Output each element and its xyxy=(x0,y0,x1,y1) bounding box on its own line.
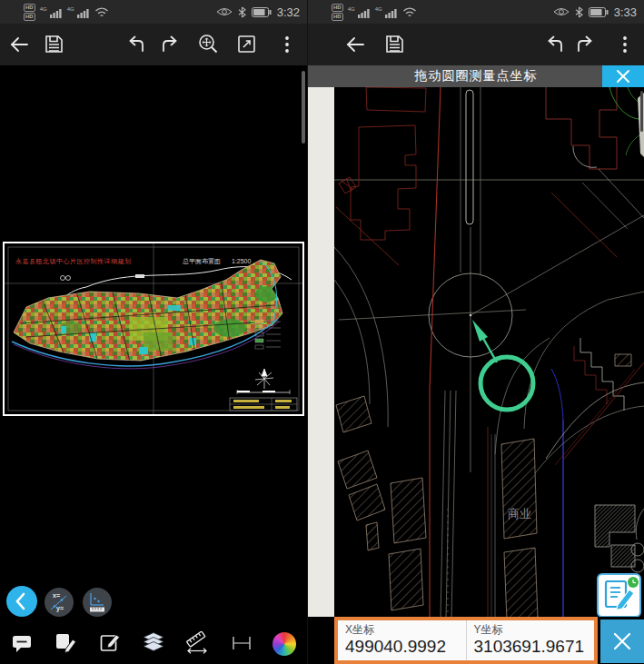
top-toolbar xyxy=(0,24,307,65)
zone-label: 商业 xyxy=(508,507,531,520)
save-icon xyxy=(43,33,66,56)
hd-badge: HD xyxy=(332,13,343,21)
map-plan-label: 总平面布置图 xyxy=(182,258,221,265)
status-bar: HD HD 4G 4G 3:32 xyxy=(0,0,307,24)
clock: 3:33 xyxy=(614,5,637,19)
left-phone-screen: HD HD 4G 4G 3:32 xyxy=(0,0,307,664)
status-right-icons: 3:33 xyxy=(553,5,637,19)
status-left-icons: HD HD 4G 4G xyxy=(332,4,417,21)
coordinate-readout-panel: X坐标 499040.9992 Y坐标 3103691.9671 xyxy=(308,617,644,664)
comment-bubble-icon xyxy=(10,631,34,655)
signal-bars-icon xyxy=(357,6,371,18)
note-tool-button[interactable] xyxy=(53,631,78,657)
cad-canvas-overview[interactable]: 永嘉县瓯北镇中心片区控制性详细规划 总平面布置图 1:2500 xyxy=(0,65,307,623)
network-type-label: 4G xyxy=(348,6,355,12)
battery-icon xyxy=(252,7,272,17)
right-phone-screen: 商业 HD HD xyxy=(308,0,644,664)
measure-hint-banner: 拖动圆圈测量点坐标 xyxy=(308,65,644,87)
back-button[interactable] xyxy=(343,33,367,56)
coordinate-box: X坐标 499040.9992 Y坐标 3103691.9671 xyxy=(334,617,598,664)
top-toolbar xyxy=(308,24,644,65)
comment-tool-button[interactable] xyxy=(9,631,35,657)
signal-bars-icon xyxy=(384,6,398,18)
signal-bars-icon xyxy=(76,6,90,18)
ruler-measure-icon xyxy=(185,631,209,655)
annotation-note-button[interactable] xyxy=(597,573,641,618)
network-type-label: 4G xyxy=(40,6,47,12)
undo-icon xyxy=(543,33,567,56)
zoom-extents-icon xyxy=(197,33,221,56)
y-coordinate-cell: Y坐标 3103691.9671 xyxy=(466,620,595,660)
map-thumbnail[interactable]: 永嘉县瓯北镇中心片区控制性详细规划 总平面布置图 1:2500 xyxy=(3,242,304,416)
overflow-menu-button[interactable] xyxy=(613,33,637,56)
chevron-left-icon xyxy=(6,586,37,617)
measure-circle-handle[interactable] xyxy=(481,357,533,410)
scrollbar[interactable] xyxy=(302,71,305,144)
zoom-extents-button[interactable] xyxy=(197,33,221,56)
network-type-label: 4G xyxy=(375,6,382,12)
title-block xyxy=(230,398,297,411)
bluetooth-icon xyxy=(238,6,246,18)
color-picker-button[interactable] xyxy=(272,631,298,657)
fullscreen-icon xyxy=(235,33,259,56)
undo-button[interactable] xyxy=(124,33,148,56)
save-icon xyxy=(383,33,407,56)
network-type-label: 4G xyxy=(67,6,74,12)
axis-ruler-icon xyxy=(83,588,112,617)
redo-button[interactable] xyxy=(159,33,183,56)
back-arrow-icon xyxy=(343,33,367,56)
bottom-toolbar xyxy=(0,623,307,664)
collapse-panel-button[interactable] xyxy=(6,586,37,617)
battery-icon xyxy=(589,7,609,17)
status-left-icons: HD HD 4G 4G xyxy=(24,4,109,21)
map-scale-label: 1:2500 xyxy=(232,258,252,264)
measure-close-button[interactable] xyxy=(600,619,644,663)
redo-icon xyxy=(159,33,183,56)
back-button[interactable] xyxy=(7,33,31,56)
hd-badge-icon: HD HD xyxy=(332,4,343,21)
overflow-menu-button[interactable] xyxy=(275,33,299,56)
color-wheel-icon xyxy=(272,632,296,656)
span-distance-icon xyxy=(230,631,253,655)
coordinate-tool-button[interactable]: x= y= xyxy=(45,588,74,617)
undo-button[interactable] xyxy=(543,33,567,56)
close-icon xyxy=(600,619,644,663)
distance-tool-button[interactable] xyxy=(229,631,254,657)
wifi-icon xyxy=(402,6,417,17)
x-coordinate-label: X坐标 xyxy=(345,623,466,636)
x-coordinate-cell: X坐标 499040.9992 xyxy=(338,620,466,660)
banner-close-button[interactable] xyxy=(602,65,644,87)
y-coordinate-value: 3103691.9671 xyxy=(474,636,595,658)
status-right-icons: 3:32 xyxy=(216,5,300,19)
redo-icon xyxy=(574,33,598,56)
measure-tool-button[interactable] xyxy=(184,631,210,657)
y-equals-label: y= xyxy=(56,605,64,611)
hd-badge: HD xyxy=(24,13,35,21)
scrollbar[interactable] xyxy=(640,91,643,132)
fullscreen-button[interactable] xyxy=(235,33,259,56)
wifi-icon xyxy=(94,6,109,17)
bluetooth-icon xyxy=(575,6,583,18)
back-arrow-icon xyxy=(7,33,31,56)
note-pencil-icon xyxy=(54,631,77,655)
measure-arrow-icon xyxy=(472,320,497,362)
x-coordinate-value: 499040.9992 xyxy=(345,636,466,658)
cad-drawing[interactable]: 商业 xyxy=(308,0,644,664)
hd-badge-icon: HD HD xyxy=(24,4,35,21)
x-equals-label: x= xyxy=(53,592,60,599)
eye-comfort-icon xyxy=(216,6,233,17)
edit-tool-button[interactable] xyxy=(97,631,123,657)
hd-badge: HD xyxy=(332,4,343,12)
redo-button[interactable] xyxy=(574,33,598,56)
eye-comfort-icon xyxy=(553,6,570,17)
kebab-menu-icon xyxy=(613,33,637,56)
layers-button[interactable] xyxy=(141,631,166,657)
axis-measure-tool-button[interactable] xyxy=(83,588,112,617)
signal-bars-icon xyxy=(49,6,63,18)
note-pencil-badge-icon xyxy=(599,575,639,616)
save-button[interactable] xyxy=(383,33,407,56)
clock: 3:32 xyxy=(277,5,300,19)
edit-square-pencil-icon xyxy=(98,631,122,655)
hd-badge: HD xyxy=(24,4,35,12)
save-button[interactable] xyxy=(43,33,66,56)
